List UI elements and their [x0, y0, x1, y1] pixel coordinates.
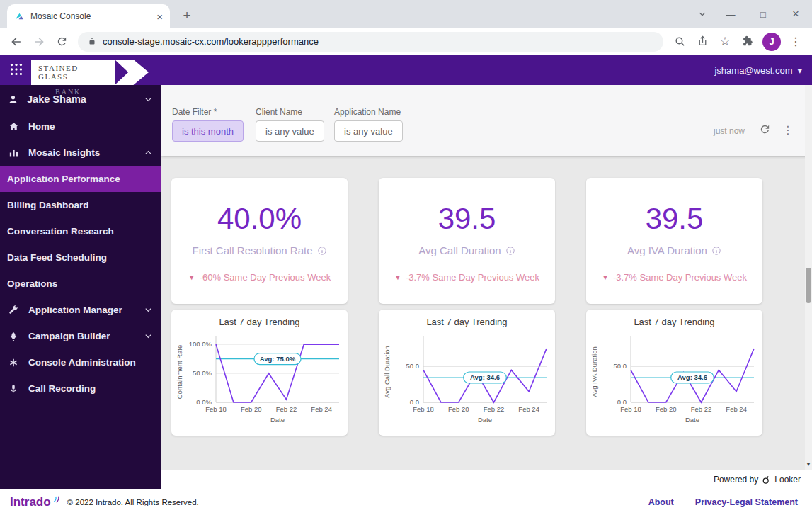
sidebar-item-console-administration[interactable]: Console Administration	[0, 349, 161, 375]
svg-text:50.0: 50.0	[613, 362, 627, 370]
info-icon[interactable]	[711, 246, 721, 256]
sidebar-item-application-performance[interactable]: Application Performance	[0, 166, 161, 192]
vertical-scrollbar[interactable]: ▼	[805, 85, 812, 470]
window-controls: — □ ×	[690, 0, 812, 28]
sidebar-item-billing-dashboard[interactable]: Billing Dashboard	[0, 192, 161, 218]
trend-chart-card-call-duration: Last 7 day Trending 0.050.0Avg: 34.6Feb …	[379, 310, 555, 436]
svg-text:Feb 22: Feb 22	[690, 405, 711, 413]
microphone-icon	[7, 383, 20, 395]
window-minimize-button[interactable]: —	[714, 0, 747, 28]
date-filter-label: Date Filter *	[172, 107, 217, 117]
logo-line-1: Stained	[38, 64, 79, 72]
svg-text:50.0: 50.0	[406, 362, 419, 370]
svg-text:Feb 24: Feb 24	[726, 405, 747, 413]
lock-icon	[88, 37, 96, 46]
browser-tab-strip: Mosaic Console × + — □ ×	[0, 0, 812, 28]
browser-menu-kebab-icon[interactable]: ⋮	[785, 31, 806, 52]
svg-text:Avg: 34.6: Avg: 34.6	[470, 373, 500, 381]
sidebar-item-operations[interactable]: Operations	[0, 271, 161, 297]
caret-down-icon: ▾	[797, 65, 802, 76]
sidebar-item-label: Home	[28, 121, 55, 132]
svg-text:Feb 22: Feb 22	[483, 405, 504, 413]
user-account-menu[interactable]: jshama@west.com ▾	[714, 55, 802, 85]
about-link[interactable]: About	[648, 497, 674, 507]
zoom-icon[interactable]	[669, 31, 690, 52]
sidebar-item-label: Campaign Builder	[28, 331, 110, 341]
share-icon[interactable]	[692, 31, 713, 52]
kpi-label: Avg IVA Duration	[627, 244, 721, 256]
info-icon[interactable]	[317, 246, 327, 256]
wrench-icon	[7, 305, 20, 316]
intrado-logo: Intrado	[10, 495, 60, 509]
down-triangle-icon: ▼	[394, 273, 401, 281]
scrollbar-down-arrow-icon[interactable]: ▼	[805, 458, 812, 470]
containment-rate-trend-chart: 0.0%50.0%100.0%Avg: 75.0%Feb 18Feb 20Feb…	[175, 329, 345, 435]
window-maximize-button[interactable]: □	[747, 0, 779, 28]
new-tab-button[interactable]: +	[177, 6, 197, 26]
sidebar-item-conversation-research[interactable]: Conversation Research	[0, 218, 161, 244]
reload-button[interactable]	[51, 31, 72, 52]
kpi-card-avg-iva-duration: 39.5 Avg IVA Duration ▼ -3.7% Same Day P…	[586, 178, 762, 304]
logo-arrow-icon	[115, 60, 149, 85]
sidebar-item-label: Conversation Research	[7, 226, 114, 237]
dashboard-cards-area: 40.0% First Call Resolution Rate ▼ -60% …	[161, 156, 812, 470]
powered-by-looker[interactable]: Powered by Looker	[161, 470, 812, 489]
sidebar-item-call-recording[interactable]: Call Recording	[0, 375, 161, 402]
person-icon	[7, 94, 19, 106]
profile-avatar[interactable]: J	[762, 33, 781, 51]
copyright-text: © 2022 Intrado. All Rights Reserved.	[67, 498, 199, 506]
privacy-legal-link[interactable]: Privacy-Legal Statement	[695, 497, 798, 507]
url-bar[interactable]: console-stage.mosaic-cx.com/lookerappper…	[78, 32, 663, 52]
sidebar-item-label: Data Feed Scheduling	[7, 252, 107, 263]
sidebar-item-home[interactable]: Home	[0, 113, 161, 140]
tab-search-caret-icon[interactable]	[690, 0, 714, 28]
window-close-button[interactable]: ×	[779, 0, 812, 28]
back-button[interactable]	[6, 31, 27, 52]
chevron-down-icon	[143, 331, 154, 341]
intrado-logo-mark-icon	[52, 495, 60, 504]
trend-chart-card-iva-duration: Last 7 day Trending 0.050.0Avg: 34.6Feb …	[586, 310, 762, 436]
date-filter-chip[interactable]: is this month	[172, 120, 244, 142]
trend-chart-card-containment: Last 7 day Trending 0.0%50.0%100.0%Avg: …	[171, 310, 348, 436]
tab-title: Mosaic Console	[30, 11, 151, 21]
application-name-label: Application Name	[334, 107, 401, 117]
sidebar-item-label: Call Recording	[28, 383, 96, 394]
tab-close-icon[interactable]: ×	[156, 11, 163, 22]
svg-text:Date: Date	[270, 416, 284, 424]
sidebar-item-mosaic-insights[interactable]: Mosaic Insights	[0, 140, 161, 166]
svg-text:50.0%: 50.0%	[193, 369, 212, 377]
sidebar-item-data-feed-scheduling[interactable]: Data Feed Scheduling	[0, 244, 161, 271]
svg-text:Avg: 75.0%: Avg: 75.0%	[259, 355, 295, 363]
info-icon[interactable]	[505, 246, 515, 256]
svg-text:Avg: 34.6: Avg: 34.6	[677, 373, 707, 381]
bookmark-star-icon[interactable]: ☆	[714, 31, 736, 52]
kpi-change: ▼ -60% Same Day Previous Week	[188, 272, 331, 283]
svg-text:Feb 22: Feb 22	[275, 405, 297, 413]
extensions-puzzle-icon[interactable]	[737, 31, 758, 52]
refresh-icon[interactable]	[759, 123, 771, 135]
application-name-chip[interactable]: is any value	[334, 120, 403, 142]
svg-text:100.0%: 100.0%	[188, 340, 212, 348]
svg-text:Feb 18: Feb 18	[620, 405, 641, 413]
chart-title: Last 7 day Trending	[219, 317, 299, 327]
scrollbar-thumb[interactable]	[806, 268, 811, 303]
app-top-bar: Stained Glass Bank jshama@west.com ▾	[0, 55, 812, 85]
dashboard-main: Date Filter * Client Name Application Na…	[161, 85, 812, 489]
sidebar-item-application-manager[interactable]: Application Manager	[0, 297, 161, 323]
filter-bar: Date Filter * Client Name Application Na…	[161, 85, 812, 156]
avg-iva-duration-trend-chart: 0.050.0Avg: 34.6Feb 18Feb 20Feb 22Feb 24…	[590, 329, 760, 435]
sidebar-item-campaign-builder[interactable]: Campaign Builder	[0, 323, 161, 349]
svg-text:Date: Date	[685, 416, 699, 424]
logo-line-3: Bank	[55, 88, 81, 96]
sidebar-item-label: Mosaic Insights	[28, 147, 100, 158]
dashboard-menu-kebab-icon[interactable]: ⋮	[782, 123, 794, 137]
sidebar-item-label: Application Performance	[7, 174, 120, 184]
client-name-chip[interactable]: is any value	[256, 120, 324, 142]
chevron-up-icon	[143, 147, 154, 158]
browser-tab[interactable]: Mosaic Console ×	[7, 4, 170, 28]
apps-grid-icon[interactable]	[8, 62, 24, 77]
user-email: jshama@west.com	[714, 65, 792, 76]
chevron-down-icon	[143, 305, 154, 315]
down-triangle-icon: ▼	[602, 273, 609, 281]
forward-button[interactable]	[28, 31, 50, 52]
